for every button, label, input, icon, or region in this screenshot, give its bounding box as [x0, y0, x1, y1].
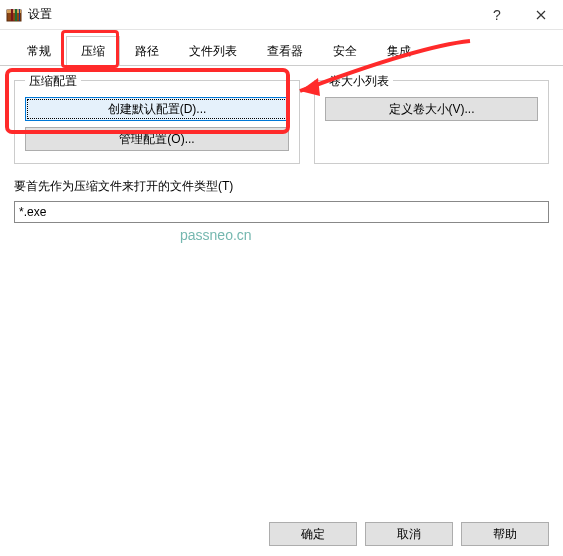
svg-rect-1	[7, 10, 21, 13]
svg-rect-2	[11, 9, 13, 21]
ok-button[interactable]: 确定	[269, 522, 357, 546]
define-volume-size-label: 定义卷大小(V)...	[389, 102, 475, 116]
app-icon	[6, 7, 22, 23]
close-button[interactable]	[518, 0, 563, 30]
tab-security[interactable]: 安全	[318, 36, 372, 66]
open-as-archive-input[interactable]	[14, 201, 549, 223]
svg-rect-3	[15, 9, 17, 21]
tab-viewer[interactable]: 查看器	[252, 36, 318, 66]
svg-text:?: ?	[493, 8, 501, 22]
tab-general[interactable]: 常规	[12, 36, 66, 66]
define-volume-size-button[interactable]: 定义卷大小(V)...	[325, 97, 538, 121]
tab-integration[interactable]: 集成	[372, 36, 426, 66]
window-title: 设置	[28, 6, 473, 23]
cancel-button[interactable]: 取消	[365, 522, 453, 546]
tab-filelist[interactable]: 文件列表	[174, 36, 252, 66]
create-default-config-label: 创建默认配置(D)...	[108, 102, 207, 116]
compress-config-title: 压缩配置	[25, 73, 81, 90]
manage-config-label: 管理配置(O)...	[119, 132, 194, 146]
svg-rect-4	[19, 9, 20, 21]
create-default-config-button[interactable]: 创建默认配置(D)...	[25, 97, 289, 121]
tab-path[interactable]: 路径	[120, 36, 174, 66]
titlebar: 设置 ?	[0, 0, 563, 30]
manage-config-button[interactable]: 管理配置(O)...	[25, 127, 289, 151]
dialog-footer: 确定 取消 帮助	[269, 522, 549, 546]
help-button[interactable]: ?	[473, 0, 518, 30]
open-as-archive-label: 要首先作为压缩文件来打开的文件类型(T)	[14, 178, 549, 195]
watermark: passneo.cn	[180, 227, 252, 243]
help-footer-button[interactable]: 帮助	[461, 522, 549, 546]
compress-config-group: 压缩配置 创建默认配置(D)... 管理配置(O)...	[14, 80, 300, 164]
tab-compress[interactable]: 压缩	[66, 36, 120, 66]
volume-size-group: 卷大小列表 定义卷大小(V)...	[314, 80, 549, 164]
volume-size-title: 卷大小列表	[325, 73, 393, 90]
tabs: 常规 压缩 路径 文件列表 查看器 安全 集成	[0, 30, 563, 66]
